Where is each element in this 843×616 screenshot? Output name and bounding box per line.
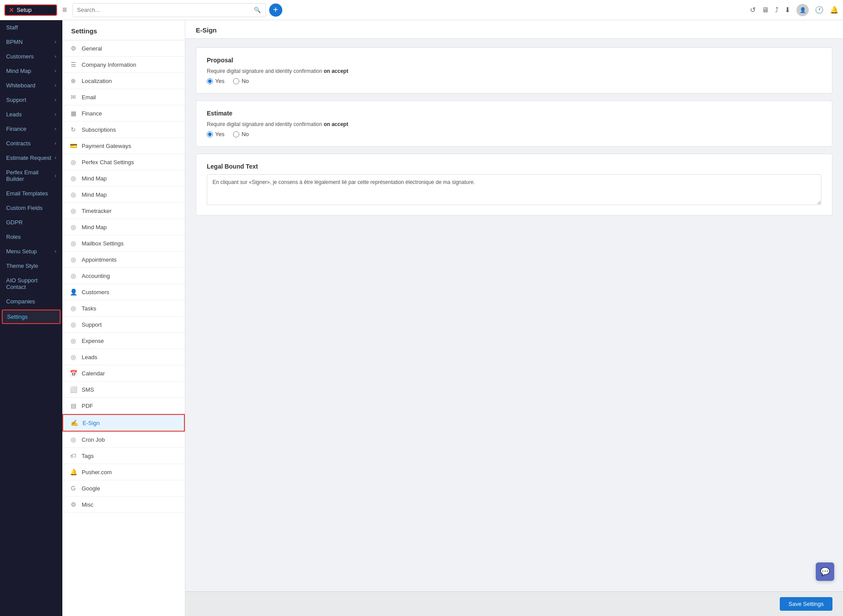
sidebar-item-companies[interactable]: Companies [0,294,62,309]
estimate-yes-option[interactable]: Yes [207,131,224,137]
sidebar-item-email-templates[interactable]: Email Templates [0,186,62,201]
sidebar-item-aio-support-contact[interactable]: AIO Support Contact [0,273,62,294]
sidebar-item-bpmn[interactable]: BPMN › [0,35,62,49]
settings-menu-item-timetracker[interactable]: ◎Timetracker [62,203,185,219]
sidebar-item-custom-fields[interactable]: Custom Fields [0,201,62,215]
settings-menu-item-misc[interactable]: ⚙Misc [62,497,185,513]
menu-icon-mailbox-settings: ◎ [69,240,77,247]
share-icon[interactable]: ⤴ [775,6,778,14]
sidebar-item-settings[interactable]: Settings [2,310,61,324]
topbar: ✕ Setup ≡ 🔍 + ↺ 🖥 ⤴ ⬇ 👤 🕐 🔔 [0,0,843,20]
legal-bound-textarea[interactable]: En cliquant sur «Signer», je consens à ê… [207,174,821,205]
menu-icon-misc: ⚙ [69,501,77,508]
settings-menu-item-leads-menu[interactable]: ◎Leads [62,349,185,365]
menu-icon-cron-job: ◎ [69,436,77,443]
settings-menu-item-mind-map-2[interactable]: ◎Mind Map [62,187,185,203]
settings-menu-item-esign[interactable]: ✍E-Sign [62,414,185,432]
proposal-field-label: Require digital signature and identity c… [207,68,821,74]
menu-icon-pusher: 🔔 [69,468,77,476]
clock-icon[interactable]: 🕐 [815,6,824,14]
hamburger-icon[interactable]: ≡ [61,5,69,14]
main-layout: Staff BPMN › Customers › Mind Map › Whit… [0,20,843,616]
menu-icon-subscriptions: ↻ [69,126,77,133]
menu-icon-calendar: 📅 [69,370,77,377]
menu-icon-payment-gateways: 💳 [69,142,77,149]
settings-menu-item-payment-gateways[interactable]: 💳Payment Gateways [62,138,185,154]
settings-menu-item-customers-menu[interactable]: 👤Customers [62,284,185,300]
settings-menu-item-appointments[interactable]: ◎Appointments [62,252,185,268]
add-button[interactable]: + [269,4,282,17]
estimate-no-radio[interactable] [233,131,239,137]
settings-menu-item-perfex-chat-settings[interactable]: ◎Perfex Chat Settings [62,154,185,170]
menu-icon-leads-menu: ◎ [69,353,77,360]
proposal-yes-option[interactable]: Yes [207,78,224,84]
menu-icon-localization: ⊕ [69,77,77,84]
settings-menu-item-email[interactable]: ✉Email [62,89,185,105]
settings-list-panel: Settings ⚙General☰Company Information⊕Lo… [62,20,185,616]
menu-icon-google: G [69,485,77,492]
menu-icon-customers-menu: 👤 [69,288,77,295]
sidebar-item-finance[interactable]: Finance › [0,122,62,136]
settings-menu-item-mind-map[interactable]: ◎Mind Map [62,170,185,187]
menu-icon-sms: ⬜ [69,386,77,393]
sidebar-item-menu-setup[interactable]: Menu Setup › [0,244,62,259]
save-settings-button[interactable]: Save Settings [780,597,832,611]
settings-menu-item-mailbox-settings[interactable]: ◎Mailbox Settings [62,235,185,252]
settings-menu-item-mind-map-3[interactable]: ◎Mind Map [62,219,185,235]
settings-panel-header: Settings [62,20,185,40]
close-icon[interactable]: ✕ [9,7,14,14]
settings-menu-item-accounting[interactable]: ◎Accounting [62,268,185,284]
settings-menu-item-company-info[interactable]: ☰Company Information [62,57,185,73]
sidebar-item-customers[interactable]: Customers › [0,49,62,64]
menu-icon-mind-map-2: ◎ [69,191,77,198]
topbar-icons: ↺ 🖥 ⤴ ⬇ 👤 🕐 🔔 [750,4,839,16]
settings-menu-item-localization[interactable]: ⊕Localization [62,73,185,89]
proposal-section: Proposal Require digital signature and i… [196,47,832,94]
sidebar-item-estimate-request[interactable]: Estimate Request › [0,151,62,165]
settings-menu-item-general[interactable]: ⚙General [62,40,185,57]
sidebar-item-mind-map[interactable]: Mind Map › [0,64,62,78]
proposal-no-option[interactable]: No [233,78,249,84]
monitor-icon[interactable]: 🖥 [762,6,769,14]
search-icon[interactable]: 🔍 [254,7,261,13]
estimate-yes-radio[interactable] [207,131,213,137]
search-bar: 🔍 [72,3,266,17]
menu-icon-tasks: ◎ [69,305,77,312]
settings-menu-item-finance[interactable]: ▦Finance [62,105,185,122]
search-input[interactable] [77,7,250,13]
settings-menu-item-sms[interactable]: ⬜SMS [62,382,185,398]
sidebar-item-support[interactable]: Support › [0,93,62,107]
sidebar-item-contracts[interactable]: Contracts › [0,136,62,151]
history-icon[interactable]: ↺ [750,6,756,14]
settings-menu-item-google[interactable]: GGoogle [62,480,185,497]
settings-menu-item-expense[interactable]: ◎Expense [62,333,185,349]
menu-icon-support-menu: ◎ [69,321,77,328]
setup-title-box[interactable]: ✕ Setup [4,4,57,16]
settings-menu-item-pusher[interactable]: 🔔Pusher.com [62,464,185,480]
legal-bound-section: Legal Bound Text En cliquant sur «Signer… [196,154,832,216]
settings-menu-item-support-menu[interactable]: ◎Support [62,317,185,333]
float-chat-button[interactable]: 💬 [816,562,834,581]
bell-icon[interactable]: 🔔 [830,6,839,14]
settings-menu-item-tasks[interactable]: ◎Tasks [62,300,185,317]
sidebar-item-staff[interactable]: Staff [0,20,62,35]
avatar[interactable]: 👤 [796,4,809,16]
estimate-no-option[interactable]: No [233,131,249,137]
settings-menu-item-tags[interactable]: 🏷Tags [62,448,185,464]
sidebar-item-theme-style[interactable]: Theme Style [0,259,62,273]
settings-menu-item-pdf[interactable]: ▤PDF [62,398,185,414]
download-icon[interactable]: ⬇ [785,6,790,14]
proposal-yes-radio[interactable] [207,78,213,84]
settings-menu-item-subscriptions[interactable]: ↻Subscriptions [62,122,185,138]
sidebar-item-whiteboard[interactable]: Whiteboard › [0,78,62,93]
sidebar-item-leads[interactable]: Leads › [0,107,62,122]
settings-menu-item-cron-job[interactable]: ◎Cron Job [62,432,185,448]
proposal-radio-group: Yes No [207,78,821,84]
sidebar-item-gdpr[interactable]: GDPR [0,215,62,230]
settings-menu-item-calendar[interactable]: 📅Calendar [62,365,185,382]
proposal-no-radio[interactable] [233,78,239,84]
setup-label: Setup [17,7,32,13]
menu-icon-email: ✉ [69,94,77,101]
sidebar-item-roles[interactable]: Roles [0,230,62,244]
sidebar-item-perfex-email-builder[interactable]: Perfex Email Builder › [0,165,62,186]
